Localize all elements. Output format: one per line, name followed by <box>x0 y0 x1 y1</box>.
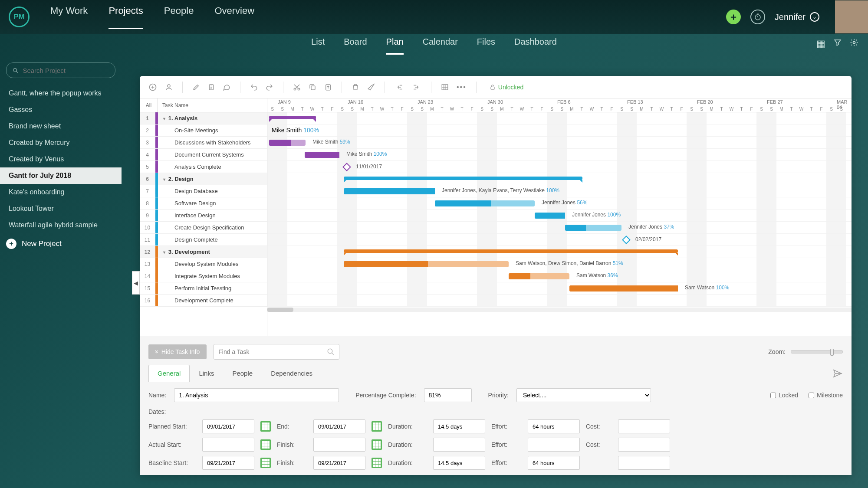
subnav-calendar[interactable]: Calendar <box>423 37 458 55</box>
gantt-row[interactable] <box>267 246 852 258</box>
search-input[interactable] <box>23 67 109 74</box>
task-row[interactable]: 9Interface Design <box>140 210 267 222</box>
gantt-chart[interactable]: JAN 9JAN 16JAN 23JAN 30FEB 6FEB 13FEB 20… <box>267 98 852 336</box>
date-input[interactable] <box>202 438 254 452</box>
task-row[interactable]: 11. Analysis <box>140 112 267 124</box>
topnav-projects[interactable]: Projects <box>108 5 143 29</box>
date-input[interactable] <box>202 419 254 433</box>
locked-checkbox[interactable]: Locked <box>770 392 798 399</box>
date-input[interactable] <box>528 456 580 470</box>
project-item[interactable]: Gantt, where the popup works <box>6 85 115 102</box>
project-item[interactable]: Created by Mercury <box>6 134 115 151</box>
gantt-row[interactable] <box>267 173 852 185</box>
task-row[interactable]: 16Development Complete <box>140 295 267 307</box>
project-item[interactable]: Waterfall agile hybrid sample <box>6 217 115 233</box>
task-row[interactable]: 15Perform Initial Tessting <box>140 282 267 295</box>
detail-tab-people[interactable]: People <box>223 365 262 382</box>
project-item[interactable]: Gasses <box>6 102 115 118</box>
date-input[interactable] <box>202 456 254 470</box>
subnav-dashboard[interactable]: Dashboard <box>514 37 557 55</box>
task-row[interactable]: 8Software Design <box>140 197 267 210</box>
detail-tab-dependencies[interactable]: Dependencies <box>262 365 322 382</box>
avatar[interactable] <box>835 0 868 33</box>
task-row[interactable]: 14Integrate System Modules <box>140 270 267 282</box>
topnav-overview[interactable]: Overview <box>214 5 254 29</box>
filter-icon[interactable] <box>833 38 842 49</box>
gantt-row[interactable]: Jennifer Jones 37% <box>267 222 852 234</box>
task-row[interactable]: 62. Design <box>140 173 267 185</box>
detail-tab-links[interactable]: Links <box>190 365 223 382</box>
subnav-list[interactable]: List <box>311 37 325 55</box>
send-icon[interactable] <box>832 365 843 382</box>
project-item[interactable]: Gantt for July 2018 <box>0 167 122 184</box>
more-button[interactable]: ••• <box>457 83 467 91</box>
task-row[interactable]: 13Develop System Modules <box>140 258 267 270</box>
calendar-icon[interactable] <box>372 458 382 468</box>
paste-button[interactable] <box>324 83 332 91</box>
zoom-slider[interactable] <box>791 350 843 354</box>
date-input[interactable] <box>618 419 670 433</box>
task-row[interactable]: 2On-Site Meetings <box>140 124 267 137</box>
milestone-checkbox[interactable]: Milestone <box>809 392 843 399</box>
gantt-row[interactable]: Jennifer Jones 100% <box>267 210 852 222</box>
task-row[interactable]: 7Design Database <box>140 185 267 197</box>
task-row[interactable]: 11Design Complete <box>140 234 267 246</box>
calendar-icon[interactable] <box>372 421 382 432</box>
date-input[interactable] <box>528 438 580 452</box>
subnav-plan[interactable]: Plan <box>386 37 404 55</box>
assign-button[interactable] <box>165 83 173 91</box>
gantt-row[interactable]: Mike Smith 100% <box>267 124 852 137</box>
new-project-button[interactable]: + New Project <box>6 239 115 249</box>
date-input[interactable] <box>433 456 485 470</box>
columns-button[interactable] <box>441 83 449 91</box>
cut-button[interactable] <box>293 83 301 91</box>
project-item[interactable]: Created by Venus <box>6 151 115 167</box>
gantt-row[interactable]: 11/01/2017 <box>267 161 852 173</box>
detail-tab-general[interactable]: General <box>148 365 190 382</box>
indent-button[interactable] <box>412 83 421 91</box>
clear-button[interactable] <box>367 83 375 91</box>
find-task-input[interactable] <box>218 348 327 355</box>
date-input[interactable] <box>313 419 365 433</box>
topnav-my-work[interactable]: My Work <box>50 5 88 29</box>
task-row[interactable]: 4Document Current Systems <box>140 149 267 161</box>
settings-icon[interactable] <box>850 38 858 49</box>
outdent-button[interactable] <box>395 83 404 91</box>
date-input[interactable] <box>433 419 485 433</box>
task-row[interactable]: 10Create Design Specification <box>140 222 267 234</box>
gantt-row[interactable]: Mike Smith 59% <box>267 137 852 149</box>
add-button[interactable]: ＋ <box>726 10 741 24</box>
gantt-row[interactable]: Mike Smith 100% <box>267 149 852 161</box>
find-task-search[interactable] <box>214 344 339 360</box>
calendar-icon[interactable] <box>372 439 382 450</box>
gantt-row[interactable] <box>267 295 852 307</box>
date-input[interactable] <box>618 438 670 452</box>
gantt-row[interactable]: 02/02/2017 <box>267 234 852 246</box>
project-item[interactable]: Brand new sheet <box>6 118 115 134</box>
undo-button[interactable] <box>250 83 258 91</box>
comment-button[interactable] <box>223 83 230 91</box>
date-input[interactable] <box>313 438 365 452</box>
gantt-row[interactable]: Sam Watson 36% <box>267 270 852 282</box>
gantt-row[interactable]: Jennifer Jones, Kayla Evans, Terry Westl… <box>267 185 852 197</box>
date-input[interactable] <box>313 456 365 470</box>
subnav-files[interactable]: Files <box>477 37 495 55</box>
gantt-row[interactable] <box>267 112 852 124</box>
project-item[interactable]: Lookout Tower <box>6 200 115 217</box>
grid-view-icon[interactable]: ▦ <box>816 38 825 49</box>
priority-select[interactable]: Select.... <box>516 388 651 402</box>
date-input[interactable] <box>528 419 580 433</box>
hide-task-info-button[interactable]: » Hide Task Info <box>148 344 207 359</box>
task-row[interactable]: 5Analysis Complete <box>140 161 267 173</box>
notes-button[interactable] <box>208 83 215 91</box>
name-input[interactable] <box>174 388 339 402</box>
gantt-row[interactable]: Jennifer Jones 56% <box>267 197 852 210</box>
date-input[interactable] <box>433 438 485 452</box>
select-all-header[interactable]: All <box>140 98 158 112</box>
add-task-button[interactable] <box>148 83 157 92</box>
task-row[interactable]: 3Discussions with Stakeholders <box>140 137 267 149</box>
date-input[interactable] <box>618 456 670 470</box>
search-project[interactable] <box>6 62 115 78</box>
subnav-board[interactable]: Board <box>344 37 367 55</box>
project-item[interactable]: Kate's onboarding <box>6 184 115 200</box>
